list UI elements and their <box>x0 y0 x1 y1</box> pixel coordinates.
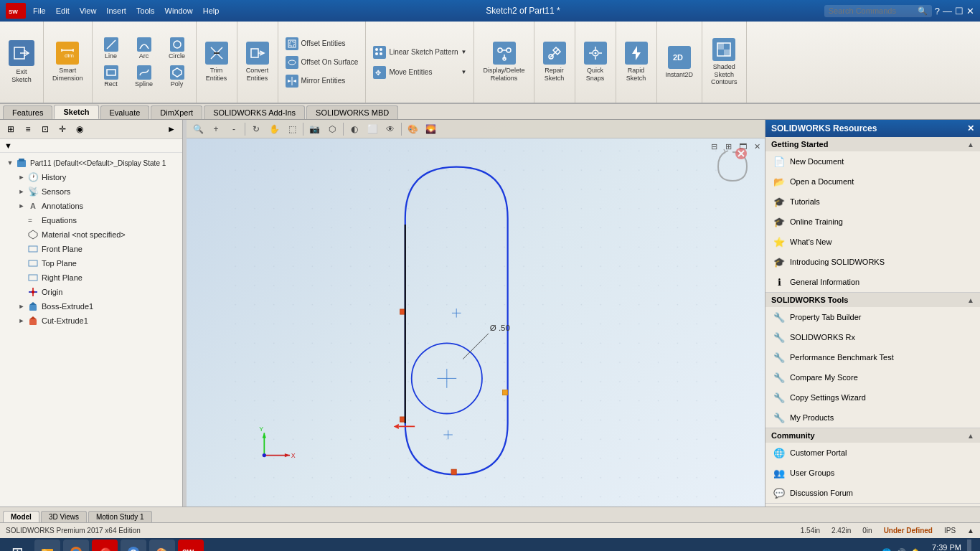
quick-snaps-button[interactable]: QuickSnaps <box>580 39 611 85</box>
offset-entities-button[interactable]: Offset Entities <box>281 35 363 52</box>
performance-benchmark-item[interactable]: 🔧 Performance Benchmark Test <box>765 347 980 367</box>
section-view-button[interactable]: ◐ <box>346 121 363 137</box>
tab-features[interactable]: Features <box>3 105 52 119</box>
convert-entities-button[interactable]: ConvertEntities <box>242 39 273 85</box>
online-training-item[interactable]: 🎓 Online Training <box>765 212 980 232</box>
taskbar-chrome[interactable] <box>121 540 146 551</box>
start-button[interactable]: ⊞ <box>3 540 32 551</box>
tab-sketch[interactable]: Sketch <box>54 105 98 119</box>
btab-motion-study-1[interactable]: Motion Study 1 <box>88 511 152 522</box>
menu-item-view[interactable]: View <box>77 6 100 15</box>
btab-model[interactable]: Model <box>3 511 39 522</box>
solidworks-tools-header[interactable]: SOLIDWORKS Tools ▲ <box>765 293 980 307</box>
circle-tool[interactable]: Circle <box>161 35 193 62</box>
rect-tool[interactable]: Rect <box>95 63 127 90</box>
introducing-solidworks-item[interactable]: 🎓 Introducing SOLIDWORKS <box>765 252 980 272</box>
menu-item-edit[interactable]: Edit <box>53 6 72 15</box>
instant2d-button[interactable]: 2D Instant2D <box>661 43 698 82</box>
3d-view-button[interactable]: ⬡ <box>324 121 341 137</box>
getting-started-header[interactable]: Getting Started ▲ <box>765 137 980 151</box>
tree-item-material[interactable]: ► Material <not specified> <box>0 227 182 242</box>
tree-feature-manager-button[interactable]: ⊞ <box>3 121 19 137</box>
compare-my-score-item[interactable]: 🔧 Compare My Score <box>765 367 980 387</box>
tab-solidworks-addins[interactable]: SOLIDWORKS Add-Ins <box>204 105 305 119</box>
new-document-item[interactable]: 📄 New Document <box>765 151 980 171</box>
taskbar-solidworks[interactable]: SW <box>178 540 204 551</box>
btab-3d-views[interactable]: 3D Views <box>41 511 87 522</box>
copy-settings-wizard-item[interactable]: 🔧 Copy Settings Wizard <box>765 387 980 408</box>
smart-dimension-button[interactable]: dim SmartDimension <box>48 39 88 85</box>
units-change-button[interactable]: ▲ <box>967 527 974 534</box>
display-style-button[interactable]: ⬜ <box>364 121 381 137</box>
tab-dimxpert[interactable]: DimXpert <box>151 105 202 119</box>
zoom-in-button[interactable]: + <box>207 121 225 137</box>
trim-entities-button[interactable]: TrimEntities <box>201 39 232 85</box>
open-document-item[interactable]: 📂 Open a Document <box>765 171 980 192</box>
taskbar-firefox[interactable] <box>63 540 89 551</box>
tree-config-manager-button[interactable]: ⊡ <box>37 121 53 137</box>
linear-sketch-pattern-button[interactable]: Linear Sketch Pattern ▼ <box>369 43 471 62</box>
taskbar-antivirus[interactable]: 🔴 <box>92 540 118 551</box>
taskbar-file-explorer[interactable] <box>34 540 60 551</box>
tree-item-origin[interactable]: ► Origin <box>0 285 182 299</box>
general-information-item[interactable]: ℹ General Information <box>765 272 980 292</box>
close-button[interactable]: ✕ <box>966 6 974 17</box>
tutorials-item[interactable]: 🎓 Tutorials <box>765 192 980 212</box>
menu-item-insert[interactable]: Insert <box>103 6 129 15</box>
mirror-entities-button[interactable]: Mirror Entities <box>281 72 363 90</box>
zoom-window-button[interactable]: ⬚ <box>283 121 301 137</box>
spline-tool[interactable]: Spline <box>128 63 160 90</box>
my-products-item[interactable]: 🔧 My Products <box>765 408 980 428</box>
exit-sketch-button[interactable]: ExitSketch <box>4 37 39 87</box>
zoom-out-button[interactable]: - <box>225 121 242 137</box>
menu-item-help[interactable]: Help <box>200 6 222 15</box>
zoom-to-fit-button[interactable]: 🔍 <box>189 121 207 137</box>
tree-item-front-plane[interactable]: ► Front Plane <box>0 242 182 256</box>
customer-portal-item[interactable]: 🌐 Customer Portal <box>765 443 980 463</box>
menu-item-window[interactable]: Window <box>162 6 196 15</box>
move-entities-button[interactable]: ✥ Move Entities ▼ <box>369 63 471 82</box>
solidworks-rx-item[interactable]: 🔧 SOLIDWORKS Rx <box>765 327 980 347</box>
menu-item-file[interactable]: File <box>30 6 49 15</box>
hide-show-button[interactable]: 👁 <box>382 121 399 137</box>
show-desktop-button[interactable] <box>967 540 971 551</box>
tree-item-history[interactable]: ► 🕐 History <box>0 170 182 184</box>
rotate-view-button[interactable]: ↻ <box>248 121 265 137</box>
tree-dim-manager-button[interactable]: ✛ <box>55 121 70 137</box>
offset-on-surface-button[interactable]: Offset On Surface <box>281 54 363 71</box>
user-groups-item[interactable]: 👥 User Groups <box>765 463 980 483</box>
community-header[interactable]: Community ▲ <box>765 428 980 443</box>
tree-expand-arrow-button[interactable]: ► <box>164 121 179 137</box>
polygon-tool[interactable]: Poly <box>161 63 193 90</box>
taskbar-paint[interactable]: 🎨 <box>149 540 175 551</box>
tree-item-cut-extrude1[interactable]: ► Cut-Extrude1 <box>0 314 182 328</box>
view-orient-button[interactable]: 📷 <box>306 121 323 137</box>
property-tab-builder-item[interactable]: 🔧 Property Tab Builder <box>765 307 980 327</box>
scene-button[interactable]: 🌄 <box>422 121 439 137</box>
edit-appearance-button[interactable]: 🎨 <box>404 121 421 137</box>
tree-item-top-plane[interactable]: ► Top Plane <box>0 256 182 270</box>
right-panel-close-button[interactable]: ✕ <box>967 123 974 133</box>
repair-sketch-button[interactable]: RepairSketch <box>539 39 570 85</box>
search-input[interactable] <box>829 6 915 15</box>
tree-item-boss-extrude1[interactable]: ► Boss-Extrude1 <box>0 299 182 314</box>
tree-item-sensors[interactable]: ► 📡 Sensors <box>0 184 182 199</box>
rapid-sketch-button[interactable]: RapidSketch <box>621 39 652 85</box>
viewport[interactable]: 🔍 + - ↻ ✋ ⬚ 📷 ⬡ ◐ ⬜ 👁 🎨 🌄 ⊟ ⊞ 🗖 ✕ <box>187 120 765 507</box>
tab-evaluate[interactable]: Evaluate <box>100 105 150 119</box>
tree-item-equations[interactable]: ► = Equations <box>0 213 182 227</box>
tab-solidworks-mbd[interactable]: SOLIDWORKS MBD <box>306 105 398 119</box>
whats-new-item[interactable]: ⭐ What's New <box>765 232 980 252</box>
tree-item-right-plane[interactable]: ► Right Plane <box>0 270 182 285</box>
tree-root-item[interactable]: ▼ Part11 (Default<<Default>_Display Stat… <box>0 156 182 170</box>
pan-button[interactable]: ✋ <box>265 121 283 137</box>
shaded-sketch-contours-button[interactable]: ShadedSketchContours <box>707 35 742 89</box>
arc-tool[interactable]: Arc <box>128 35 160 62</box>
tree-item-annotations[interactable]: ► A Annotations <box>0 199 182 213</box>
tree-display-manager-button[interactable]: ◉ <box>72 121 88 137</box>
menu-item-tools[interactable]: Tools <box>133 6 158 15</box>
line-tool[interactable]: Line <box>95 35 127 62</box>
tree-property-manager-button[interactable]: ≡ <box>20 121 36 137</box>
display-delete-relations-button[interactable]: Display/DeleteRelations <box>479 39 529 85</box>
discussion-forum-item[interactable]: 💬 Discussion Forum <box>765 483 980 503</box>
